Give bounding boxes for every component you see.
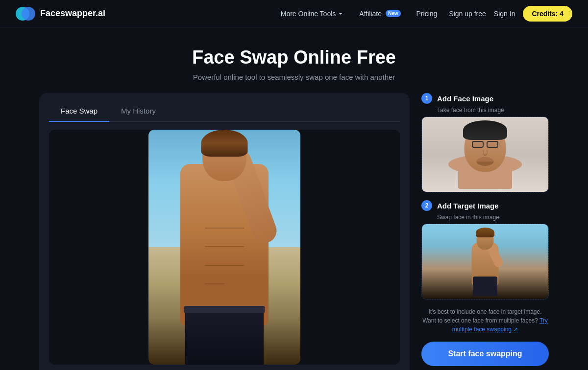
step2-section: 2 Add Target Image Swap face in this ima… (421, 200, 549, 300)
start-face-swapping-button[interactable]: Start face swapping (421, 342, 549, 366)
left-panel: Face Swap My History (39, 93, 410, 370)
step1-desc: Take face from this image (437, 107, 549, 114)
main-content: Face Swap My History (0, 93, 588, 370)
tab-history[interactable]: My History (109, 103, 168, 122)
step1-header: 1 Add Face Image (421, 93, 549, 104)
nav-auth: Sign up free Sign In Credits: 4 (449, 6, 572, 22)
page-title: Face Swap Online Free (0, 47, 588, 68)
step1-title: Add Face Image (437, 94, 493, 103)
nav-affiliate[interactable]: Affiliate New (359, 10, 400, 18)
page-subtitle: Powerful online tool to seamlessly swap … (0, 73, 588, 81)
step2-title: Add Target Image (437, 202, 499, 210)
tab-face-swap[interactable]: Face Swap (49, 103, 109, 122)
nav-pricing[interactable]: Pricing (416, 10, 438, 18)
step1-badge: 1 (421, 93, 432, 104)
step2-desc: Swap face in this image (437, 214, 549, 221)
step1-section: 1 Add Face Image Take face from this ima… (421, 93, 549, 192)
nav-more-tools[interactable]: More Online Tools (281, 10, 344, 18)
tab-bar: Face Swap My History (49, 103, 400, 122)
logo[interactable]: Faceswapper.ai (16, 4, 105, 23)
face-image-upload[interactable] (421, 116, 549, 192)
navbar: Faceswapper.ai More Online Tools Affilia… (0, 0, 588, 27)
nav-links: More Online Tools Affiliate New Pricing (281, 10, 438, 18)
logo-icon (16, 4, 35, 23)
affiliate-badge: New (386, 10, 401, 17)
credits-button[interactable]: Credits: 4 (523, 6, 572, 22)
image-preview-area[interactable] (49, 130, 400, 365)
brand-name: Faceswapper.ai (40, 8, 105, 19)
sign-up-button[interactable]: Sign up free (449, 10, 486, 18)
hint-text: It's best to include one face in target … (421, 307, 549, 334)
right-panel: 1 Add Face Image Take face from this ima… (421, 93, 549, 370)
svg-point-1 (22, 7, 35, 21)
target-image-upload[interactable] (421, 224, 549, 300)
chevron-down-icon (338, 11, 343, 17)
step2-header: 2 Add Target Image (421, 200, 549, 211)
sign-in-button[interactable]: Sign In (494, 10, 515, 18)
page-header: Face Swap Online Free Powerful online to… (0, 27, 588, 93)
step2-badge: 2 (421, 200, 432, 211)
